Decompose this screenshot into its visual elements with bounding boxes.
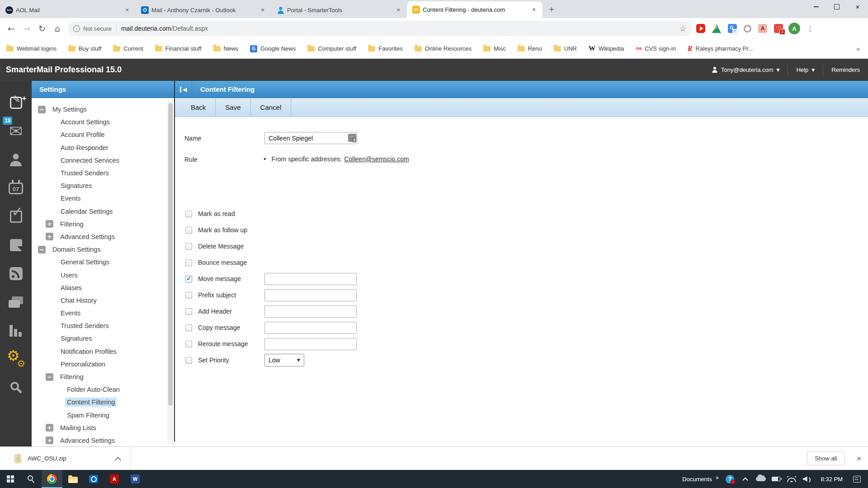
action-checkbox[interactable]	[185, 308, 192, 315]
tree-item[interactable]: Aliases	[32, 282, 166, 294]
tree-item[interactable]: Personalization	[32, 358, 166, 371]
tree-item[interactable]: Trusted Senders	[32, 167, 166, 179]
tree-item[interactable]: − My Settings	[32, 103, 166, 116]
browser-tab[interactable]: Aol. AOL Mail	[0, 2, 136, 18]
action-checkbox[interactable]	[185, 276, 192, 282]
bookmark-item[interactable]: Computer stuff	[307, 45, 356, 52]
tree-item[interactable]: Content Filtering	[32, 396, 166, 408]
bookmark-item[interactable]: UNR	[554, 45, 577, 52]
tree-item[interactable]: Chat History	[32, 294, 166, 307]
tree-item[interactable]: Auto-Responder	[32, 141, 166, 154]
tree-item[interactable]: Calendar Settings	[32, 205, 166, 218]
taskbar-app-icon[interactable]	[21, 470, 42, 488]
new-tab-button[interactable]	[545, 3, 558, 16]
tree-item[interactable]: Spam Filtering	[32, 409, 166, 422]
browser-tab[interactable]: O Mail - Anthony Czarnik - Outlook	[136, 2, 271, 18]
tray-icon[interactable]	[738, 470, 753, 488]
action-value-input[interactable]	[264, 305, 357, 318]
action-checkbox[interactable]	[185, 292, 192, 299]
back-icon[interactable]: ←	[4, 21, 19, 36]
bookmark-item[interactable]: Reno	[518, 45, 542, 52]
extension-icon[interactable]	[712, 24, 721, 33]
tree-item[interactable]: + Filtering	[32, 218, 166, 230]
scrollbar-thumb[interactable]	[168, 103, 173, 406]
taskbar-app-icon[interactable]	[83, 470, 104, 488]
security-status[interactable]: Not secure	[83, 25, 112, 32]
tree-item[interactable]: Events	[32, 307, 166, 319]
tree-item[interactable]: Account Profile	[32, 128, 166, 141]
bookmark-item[interactable]: Online Resources	[415, 45, 472, 52]
window-maximize-button[interactable]	[826, 0, 847, 14]
tree-expander-icon[interactable]: +	[46, 233, 53, 240]
tab-close-icon[interactable]	[394, 6, 402, 14]
bookmark-item[interactable]: Financial stuff	[155, 45, 202, 52]
bookmark-item[interactable]: Current	[113, 45, 143, 52]
toolbar-button[interactable]: Cancel	[251, 98, 292, 117]
rail-item[interactable]	[0, 345, 32, 373]
documents-toolbar[interactable]: Documents »	[679, 476, 722, 483]
extension-icon[interactable]: 2	[774, 24, 783, 33]
taskbar-app-icon[interactable]	[0, 470, 21, 488]
bookmark-star-icon[interactable]	[679, 24, 686, 33]
help-menu[interactable]: Help	[788, 59, 823, 81]
toolbar-button[interactable]: Back	[181, 98, 216, 117]
tab-close-icon[interactable]	[530, 6, 538, 14]
action-checkbox[interactable]	[185, 357, 192, 364]
tab-close-icon[interactable]	[123, 6, 131, 14]
tray-icon[interactable]	[753, 470, 769, 488]
window-close-button[interactable]	[847, 0, 868, 14]
download-chevron-icon[interactable]	[116, 456, 120, 461]
rule-address-link[interactable]: Colleen@semscio.com	[344, 155, 409, 163]
tray-icon[interactable]	[784, 470, 799, 488]
bookmark-item[interactable]: CVS CVS sign-in	[636, 45, 676, 52]
tray-icon[interactable]	[799, 470, 815, 488]
browser-tab[interactable]: ✉ Content Filtering - deuteria.com	[407, 1, 542, 18]
tree-item[interactable]: Notification Profiles	[32, 345, 166, 358]
tree-expander-icon[interactable]: +	[46, 436, 53, 444]
taskbar-app-icon[interactable]	[104, 470, 125, 488]
show-all-button[interactable]: Show all	[807, 451, 844, 465]
reminders-button[interactable]: Reminders	[823, 59, 868, 81]
action-value-input[interactable]	[264, 273, 357, 285]
action-checkbox[interactable]	[185, 341, 192, 347]
tree-item[interactable]: + Advanced Settings	[32, 434, 166, 446]
bookmark-item[interactable]: G Google News	[250, 45, 296, 52]
tab-close-icon[interactable]	[259, 6, 267, 14]
tree-expander-icon[interactable]: −	[38, 106, 46, 113]
tree-expander-icon[interactable]: −	[46, 373, 53, 381]
rail-item[interactable]	[0, 373, 32, 402]
download-item[interactable]: AWC_OSU.zip	[0, 447, 120, 470]
bookmark-item[interactable]: Misc	[483, 45, 506, 52]
extension-icon[interactable]	[696, 24, 705, 33]
rail-item[interactable]	[0, 202, 32, 231]
clock[interactable]: 8:32 PM	[815, 476, 849, 483]
bookmark-item[interactable]: Favorites	[368, 45, 402, 52]
rail-item[interactable]	[0, 288, 32, 316]
tree-item[interactable]: − Filtering	[32, 371, 166, 383]
bookmark-item[interactable]: News	[213, 45, 239, 52]
rail-item[interactable]	[0, 89, 32, 117]
address-bar[interactable]: i Not secure mail.deuteria.com/Default.a…	[68, 21, 692, 36]
tree-expander-icon[interactable]: −	[38, 246, 46, 253]
tree-item[interactable]: Users	[32, 268, 166, 281]
tray-icon[interactable]	[722, 470, 738, 488]
bookmarks-overflow-icon[interactable]: »	[854, 45, 862, 52]
tree-item[interactable]: Trusted Senders	[32, 319, 166, 332]
action-checkbox[interactable]	[185, 227, 192, 234]
tree-item[interactable]: Signatures	[32, 332, 166, 345]
priority-select[interactable]: Low	[264, 354, 304, 366]
taskbar-app-icon[interactable]	[62, 470, 83, 488]
tree-item[interactable]: Folder Auto-Clean	[32, 383, 166, 396]
toolbar-button[interactable]: Save	[216, 98, 250, 117]
profile-avatar[interactable]: A	[788, 23, 800, 34]
tree-item[interactable]: Events	[32, 192, 166, 205]
collapse-panel-icon[interactable]	[175, 81, 192, 98]
rail-item[interactable]	[0, 145, 32, 174]
taskbar-app-icon[interactable]	[42, 470, 62, 488]
action-checkbox[interactable]	[185, 324, 192, 331]
rail-item[interactable]	[0, 231, 32, 259]
reload-icon[interactable]: ↻	[34, 21, 50, 36]
action-center-icon[interactable]	[849, 470, 864, 488]
tray-icon[interactable]	[769, 470, 784, 488]
bookmark-item[interactable]: Webmail logins	[6, 45, 57, 52]
